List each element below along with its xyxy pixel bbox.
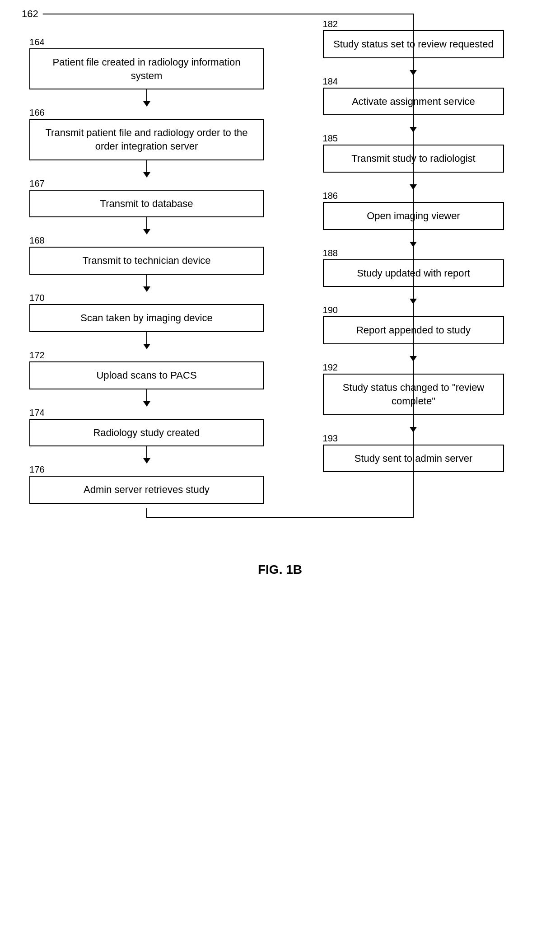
step-182-number: 182 xyxy=(323,18,342,29)
step-185-wrapper: 185Transmit study to radiologist xyxy=(310,132,517,190)
step-190-box: Report appended to study xyxy=(323,316,504,344)
step-170-number: 170 xyxy=(29,292,48,303)
step-166-box: Transmit patient file and radiology orde… xyxy=(29,119,263,160)
step-172-wrapper: 172Upload scans to PACS xyxy=(14,349,280,407)
step-188-number: 188 xyxy=(323,247,342,258)
step-185-box: Transmit study to radiologist xyxy=(323,145,504,173)
step-185-number: 185 xyxy=(323,132,342,144)
step-186-number: 186 xyxy=(323,190,342,201)
step-168-wrapper: 168Transmit to technician device xyxy=(14,234,280,292)
step-176-wrapper: 176Admin server retrieves study xyxy=(14,464,280,513)
step-172-box: Upload scans to PACS xyxy=(29,361,263,389)
step-184-box: Activate assignment service xyxy=(323,88,504,116)
step-193-number: 193 xyxy=(323,432,342,444)
step-164-box: Patient file created in radiology inform… xyxy=(29,48,263,89)
step-170-wrapper: 170Scan taken by imaging device xyxy=(14,292,280,349)
step-192-box: Study status changed to "review complete… xyxy=(323,374,504,415)
step-176-number: 176 xyxy=(29,464,48,475)
step-174-number: 174 xyxy=(29,407,48,418)
step-174-arrow xyxy=(146,446,147,464)
step-166-arrow xyxy=(146,160,147,178)
step-167-wrapper: 167Transmit to database xyxy=(14,178,280,235)
step-193-wrapper: 193Study sent to admin server xyxy=(310,432,517,482)
step-170-arrow xyxy=(146,332,147,349)
step-172-arrow xyxy=(146,389,147,407)
step-164-wrapper: 164Patient file created in radiology inf… xyxy=(14,36,280,107)
step-167-box: Transmit to database xyxy=(29,190,263,218)
step-192-arrow xyxy=(413,415,414,432)
step-166-wrapper: 166Transmit patient file and radiology o… xyxy=(14,107,280,177)
step-174-box: Radiology study created xyxy=(29,419,263,447)
step-168-arrow xyxy=(146,275,147,292)
step-190-number: 190 xyxy=(323,304,342,315)
step-182-wrapper: 182Study status set to review requested xyxy=(310,18,517,75)
step-164-number: 164 xyxy=(29,36,48,47)
step-172-number: 172 xyxy=(29,349,48,361)
step-192-wrapper: 192Study status changed to "review compl… xyxy=(310,361,517,432)
step-184-arrow xyxy=(413,115,414,132)
step-190-arrow xyxy=(413,344,414,361)
step-186-wrapper: 186Open imaging viewer xyxy=(310,190,517,247)
step-168-number: 168 xyxy=(29,234,48,246)
step-186-arrow xyxy=(413,230,414,247)
step-193-box: Study sent to admin server xyxy=(323,445,504,473)
fig-caption: FIG. 1B xyxy=(0,562,560,591)
step-168-box: Transmit to technician device xyxy=(29,247,263,275)
step-186-box: Open imaging viewer xyxy=(323,202,504,230)
step-188-arrow xyxy=(413,287,414,304)
step-176-box: Admin server retrieves study xyxy=(29,476,263,504)
step-166-number: 166 xyxy=(29,107,48,118)
step-188-box: Study updated with report xyxy=(323,259,504,287)
step-188-wrapper: 188Study updated with report xyxy=(310,247,517,305)
step-185-arrow xyxy=(413,173,414,190)
step-174-wrapper: 174Radiology study created xyxy=(14,407,280,464)
step-167-arrow xyxy=(146,217,147,234)
step-190-wrapper: 190Report appended to study xyxy=(310,304,517,361)
step-167-number: 167 xyxy=(29,178,48,189)
step-164-arrow xyxy=(146,89,147,107)
step-184-wrapper: 184Activate assignment service xyxy=(310,75,517,133)
step-170-box: Scan taken by imaging device xyxy=(29,304,263,332)
step-184-number: 184 xyxy=(323,75,342,87)
step-182-box: Study status set to review requested xyxy=(323,30,504,58)
step-192-number: 192 xyxy=(323,361,342,373)
step-182-arrow xyxy=(413,58,414,75)
